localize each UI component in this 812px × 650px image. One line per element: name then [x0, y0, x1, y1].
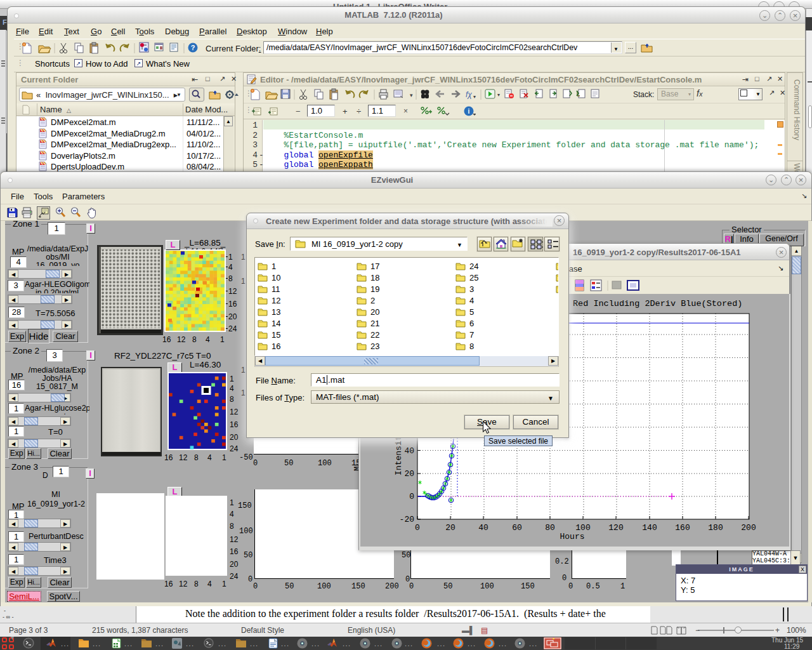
svg-text:Hours: Hours — [560, 532, 584, 541]
svg-text:120: 120 — [608, 523, 623, 533]
svg-text:-20: -20 — [400, 515, 414, 524]
svg-text:100: 100 — [575, 523, 590, 533]
svg-text:fχ: fχ — [466, 90, 472, 99]
svg-text:80: 80 — [545, 523, 555, 533]
svg-text:0: 0 — [415, 523, 420, 533]
svg-text:140: 140 — [642, 523, 657, 533]
svg-text:20: 20 — [445, 523, 455, 533]
svg-text:▾: ▾ — [410, 92, 413, 98]
svg-text:Red Including 2Deriv Blue(Stor: Red Including 2Deriv Blue(Stored) — [573, 299, 742, 308]
svg-text:200: 200 — [741, 523, 756, 533]
svg-text:40: 40 — [404, 446, 414, 456]
svg-text:▾: ▾ — [473, 94, 476, 100]
svg-text:0: 0 — [409, 492, 414, 501]
svg-text:▾: ▾ — [497, 92, 500, 98]
svg-text:60: 60 — [512, 523, 522, 533]
svg-text:?: ? — [191, 44, 195, 51]
svg-text:180: 180 — [708, 523, 723, 533]
svg-text:20: 20 — [404, 469, 414, 479]
svg-text:i: i — [468, 108, 470, 115]
svg-text:160: 160 — [675, 523, 690, 533]
svg-text:40: 40 — [478, 523, 488, 533]
